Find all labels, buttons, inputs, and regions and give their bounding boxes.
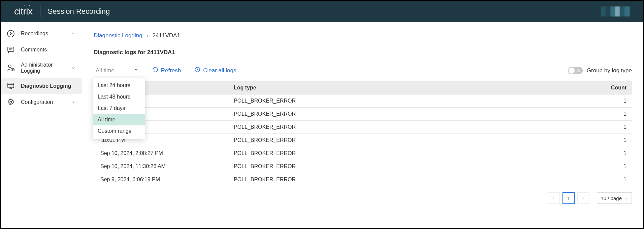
breadcrumb-parent-link[interactable]: Diagnostic Logging bbox=[94, 32, 142, 39]
chevron-down-icon bbox=[133, 67, 139, 74]
clear-label: Clear all logs bbox=[203, 67, 236, 74]
table-row[interactable]: Sep 10, 2024, 2:08:27 PM POLL_BROKER_ERR… bbox=[94, 147, 632, 160]
app-header: citri••x Session Recording bbox=[1, 1, 643, 22]
cell-log-type: POLL_BROKER_ERROR bbox=[228, 121, 575, 134]
gear-icon bbox=[7, 98, 15, 106]
table-row[interactable]: :40:01 PM POLL_BROKER_ERROR 1 bbox=[94, 121, 632, 134]
svg-point-0 bbox=[7, 30, 14, 37]
refresh-icon bbox=[152, 67, 158, 74]
clear-logs-button[interactable]: Clear all logs bbox=[192, 65, 238, 76]
time-filter-select[interactable]: All time Last 24 hours Last 48 hours Las… bbox=[94, 66, 141, 75]
cell-log-type: POLL_BROKER_ERROR bbox=[228, 147, 575, 160]
sidebar-item-label: Diagnostic Logging bbox=[21, 83, 76, 89]
time-filter-label: All time bbox=[96, 67, 115, 74]
group-by-type-toggle[interactable]: ✕ bbox=[568, 67, 583, 74]
svg-point-5 bbox=[10, 101, 12, 103]
chevron-down-icon bbox=[71, 31, 76, 36]
main-content: Diagnostic Logging 2411VDA1 Diagnostic l… bbox=[82, 22, 643, 228]
cell-time: Sep 10, 2024, 11:30:26 AM bbox=[94, 160, 228, 173]
svg-rect-1 bbox=[8, 47, 14, 51]
dropdown-item-all-time[interactable]: All time bbox=[93, 114, 145, 125]
page-title: Diagnostic logs for 2411VDA1 bbox=[94, 49, 632, 56]
close-icon: ✕ bbox=[577, 68, 580, 73]
dropdown-item-24h[interactable]: Last 24 hours bbox=[93, 80, 145, 91]
breadcrumb-current: 2411VDA1 bbox=[153, 32, 180, 39]
page-size-select[interactable]: 10 / page bbox=[597, 192, 632, 204]
user-badge[interactable] bbox=[601, 6, 630, 16]
refresh-button[interactable]: Refresh bbox=[150, 65, 183, 76]
dropdown-item-custom[interactable]: Custom range bbox=[93, 125, 145, 137]
table-row[interactable]: Sep 10, 2024, 11:30:26 AM POLL_BROKER_ER… bbox=[94, 160, 632, 173]
cell-log-type: POLL_BROKER_ERROR bbox=[228, 108, 575, 121]
sidebar-item-label: Configuration bbox=[21, 99, 65, 105]
citrix-logo: citri••x bbox=[14, 6, 33, 17]
chevron-right-icon bbox=[146, 32, 149, 39]
cell-count: 1 bbox=[575, 108, 632, 121]
cell-time: Sep 10, 2024, 2:08:27 PM bbox=[94, 147, 228, 160]
table-row[interactable]: :10:01 PM POLL_BROKER_ERROR 1 bbox=[94, 134, 632, 147]
breadcrumb: Diagnostic Logging 2411VDA1 bbox=[94, 32, 632, 39]
pagination: 10 / page bbox=[94, 192, 632, 204]
table-row[interactable]: 1:42:09 AM POLL_BROKER_ERROR 1 bbox=[94, 108, 632, 121]
time-filter-dropdown: Last 24 hours Last 48 hours Last 7 days … bbox=[93, 78, 145, 139]
sidebar-item-label: Comments bbox=[21, 47, 76, 53]
sidebar-item-diagnostic-logging[interactable]: Diagnostic Logging bbox=[1, 78, 82, 94]
dropdown-item-7d[interactable]: Last 7 days bbox=[93, 103, 145, 114]
cell-count: 1 bbox=[575, 173, 632, 186]
cell-log-type: POLL_BROKER_ERROR bbox=[228, 173, 575, 186]
next-page-button[interactable] bbox=[577, 192, 589, 204]
toggle-knob bbox=[569, 68, 575, 74]
refresh-label: Refresh bbox=[161, 67, 181, 74]
cell-count: 1 bbox=[575, 94, 632, 108]
table-row[interactable]: Sep 9, 2024, 6:06:19 PM POLL_BROKER_ERRO… bbox=[94, 173, 632, 186]
page-size-label: 10 / page bbox=[601, 195, 622, 201]
sidebar-item-recordings[interactable]: Recordings bbox=[1, 26, 82, 42]
cell-time: Sep 9, 2024, 6:06:19 PM bbox=[94, 173, 228, 186]
dropdown-item-48h[interactable]: Last 48 hours bbox=[93, 91, 145, 103]
sidebar-item-admin-logging[interactable]: Administrator Logging bbox=[1, 58, 82, 78]
comment-icon bbox=[7, 46, 15, 54]
column-header-count[interactable]: Count bbox=[575, 81, 632, 94]
svg-point-2 bbox=[8, 65, 11, 68]
cell-log-type: POLL_BROKER_ERROR bbox=[228, 134, 575, 147]
admin-log-icon bbox=[7, 64, 15, 72]
group-toggle-label: Group by log type bbox=[587, 67, 632, 74]
table-row[interactable]: :19:54 PM POLL_BROKER_ERROR 1 bbox=[94, 94, 632, 108]
page-number-input[interactable] bbox=[562, 192, 575, 204]
chevron-down-icon bbox=[71, 66, 76, 70]
column-header-log-type[interactable]: Log type bbox=[228, 81, 575, 94]
cell-log-type: POLL_BROKER_ERROR bbox=[228, 160, 575, 173]
prev-page-button[interactable] bbox=[548, 192, 560, 204]
clear-icon bbox=[194, 67, 200, 74]
play-circle-icon bbox=[7, 30, 15, 38]
toolbar: All time Last 24 hours Last 48 hours Las… bbox=[94, 65, 632, 76]
cell-count: 1 bbox=[575, 134, 632, 147]
logs-table: Time Log type Count :19:54 PM POLL_BROKE… bbox=[94, 81, 632, 186]
sidebar: Recordings Comments Administrator Loggin… bbox=[1, 22, 82, 228]
sidebar-item-label: Administrator Logging bbox=[21, 62, 65, 74]
sidebar-item-label: Recordings bbox=[21, 31, 65, 37]
table-header-row: Time Log type Count bbox=[94, 81, 632, 94]
diagnostic-icon bbox=[7, 82, 15, 90]
header-divider bbox=[40, 5, 40, 17]
cell-count: 1 bbox=[575, 160, 632, 173]
logo-text: citri••x bbox=[14, 6, 33, 17]
cell-count: 1 bbox=[575, 121, 632, 134]
cell-count: 1 bbox=[575, 147, 632, 160]
sidebar-item-comments[interactable]: Comments bbox=[1, 42, 82, 58]
cell-log-type: POLL_BROKER_ERROR bbox=[228, 94, 575, 108]
sidebar-item-configuration[interactable]: Configuration bbox=[1, 94, 82, 110]
app-title: Session Recording bbox=[48, 7, 110, 16]
chevron-down-icon bbox=[71, 100, 76, 105]
